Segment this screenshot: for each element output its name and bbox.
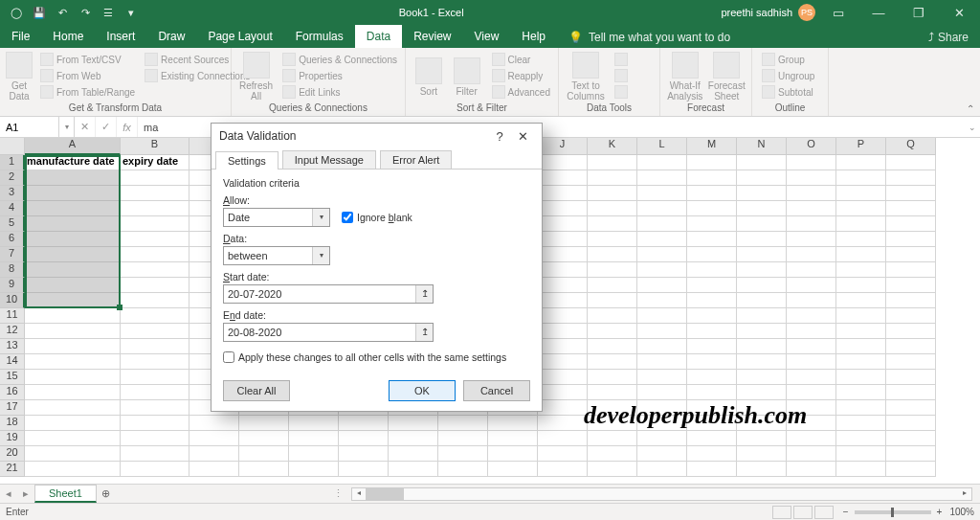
cell[interactable] [189,446,239,462]
cell[interactable] [588,293,637,308]
cell[interactable] [25,186,121,201]
cell[interactable] [886,293,936,308]
col-header-J[interactable]: J [538,138,588,155]
cell[interactable] [538,278,588,293]
cell[interactable] [737,431,787,446]
cell[interactable] [289,431,339,446]
cell[interactable] [886,385,936,400]
row-header[interactable]: 17 [0,400,25,416]
cell[interactable] [787,354,836,370]
cell[interactable] [637,308,687,324]
cell[interactable] [637,216,687,232]
cell[interactable] [239,416,289,431]
cell[interactable] [637,186,687,201]
cancel-formula-icon[interactable]: ✕ [75,117,96,137]
cell[interactable] [737,170,787,186]
cell[interactable] [787,278,836,293]
cell[interactable] [737,232,787,247]
cell[interactable] [687,155,737,170]
cell[interactable] [836,400,886,416]
cell[interactable] [25,446,121,462]
whatif-button[interactable]: What-If Analysis [666,52,704,102]
clear-all-button[interactable]: Clear All [223,380,290,401]
clear-filter-button[interactable]: Clear [490,52,552,67]
advanced-filter-button[interactable]: Advanced [490,84,552,100]
cell[interactable] [121,278,189,293]
cell[interactable] [239,462,289,477]
cell[interactable] [588,216,637,232]
cell[interactable] [737,278,787,293]
cell[interactable] [488,416,538,431]
ignore-blank-checkbox[interactable] [342,212,353,223]
cell[interactable] [637,232,687,247]
select-all-corner[interactable] [0,138,25,155]
cell[interactable] [836,170,886,186]
cell[interactable] [687,385,737,400]
name-box[interactable]: A1 [0,117,59,137]
cell[interactable] [538,155,588,170]
cell[interactable] [25,262,121,278]
cell[interactable] [121,262,189,278]
cell[interactable] [836,416,886,431]
row-header[interactable]: 18 [0,416,25,431]
tab-home[interactable]: Home [41,25,95,48]
cell[interactable] [637,324,687,339]
cell[interactable] [787,370,836,385]
cell[interactable] [737,186,787,201]
cell[interactable] [787,170,836,186]
page-break-view-icon[interactable] [814,506,834,519]
cell[interactable] [25,385,121,400]
cell[interactable] [189,431,239,446]
cell[interactable] [121,462,189,477]
zoom-slider[interactable] [855,510,931,514]
cell[interactable] [687,308,737,324]
data-select[interactable]: between ▾ [223,246,330,265]
cell[interactable] [25,462,121,477]
cell[interactable] [538,354,588,370]
cell[interactable] [787,308,836,324]
cell[interactable] [538,216,588,232]
cell[interactable] [121,354,189,370]
cell[interactable] [787,262,836,278]
tab-help[interactable]: Help [510,25,557,48]
page-layout-view-icon[interactable] [793,506,813,519]
cell[interactable] [737,216,787,232]
cell[interactable] [687,262,737,278]
cell[interactable] [25,201,121,216]
cell[interactable] [737,155,787,170]
cell[interactable]: expiry date [121,155,189,170]
cell[interactable] [588,400,637,416]
close-icon[interactable]: ✕ [942,0,976,25]
cell[interactable] [836,308,886,324]
cell[interactable] [25,400,121,416]
cell[interactable] [588,155,637,170]
forecast-sheet-button[interactable]: Forecast Sheet [708,52,746,102]
apply-all-checkbox[interactable] [223,351,234,363]
cell[interactable] [737,462,787,477]
dialog-help-icon[interactable]: ? [488,129,511,144]
cell[interactable] [121,232,189,247]
from-text-csv-button[interactable]: From Text/CSV [38,52,137,67]
row-header[interactable]: 15 [0,370,25,385]
collapse-ribbon-icon[interactable]: ⌃ [967,103,974,114]
cell[interactable] [25,216,121,232]
row-header[interactable]: 12 [0,324,25,339]
cell[interactable] [836,431,886,446]
enter-formula-icon[interactable]: ✓ [96,117,117,137]
col-header-N[interactable]: N [737,138,787,155]
touch-mode-icon[interactable]: ☰ [98,2,119,23]
expand-formula-icon[interactable]: ⌄ [965,123,980,132]
dialog-titlebar[interactable]: Data Validation ? ✕ [212,124,542,148]
tab-page-layout[interactable]: Page Layout [196,25,283,48]
cell[interactable] [25,354,121,370]
cell[interactable] [637,370,687,385]
cell[interactable] [289,462,339,477]
cell[interactable] [121,416,189,431]
cell[interactable] [189,416,239,431]
cell[interactable] [538,232,588,247]
cell[interactable] [637,339,687,354]
tab-insert[interactable]: Insert [95,25,146,48]
col-header-P[interactable]: P [836,138,886,155]
cell[interactable] [538,201,588,216]
cell[interactable] [637,247,687,262]
